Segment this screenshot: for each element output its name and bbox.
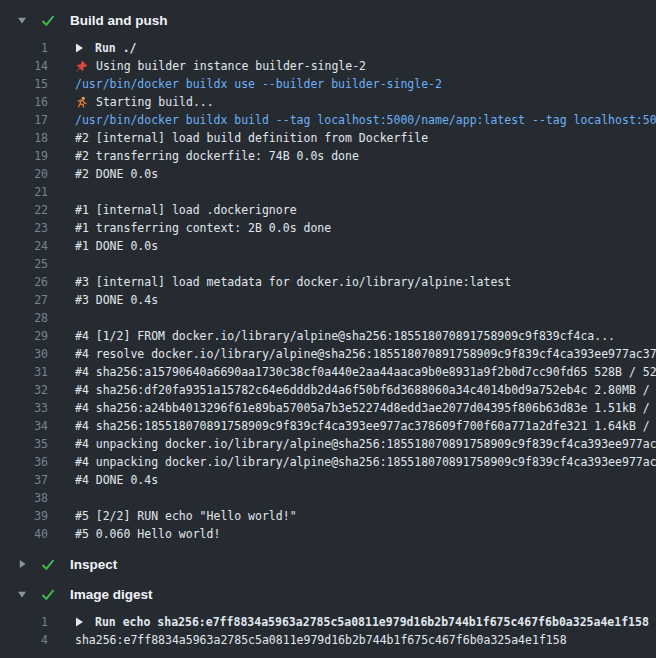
section-body-build-and-push: 1Run ./14Using builder instance builder-…: [0, 33, 656, 547]
line-number[interactable]: 35: [0, 435, 48, 453]
log-line: 30#4 resolve docker.io/library/alpine@sh…: [0, 345, 656, 363]
log-text: #2 transferring dockerfile: 74B 0.0s don…: [75, 147, 359, 165]
line-number[interactable]: 16: [0, 93, 48, 111]
log-text: #2 DONE 0.0s: [75, 165, 158, 183]
line-content: Run ./: [75, 39, 656, 57]
log-line: 14Using builder instance builder-single-…: [0, 57, 656, 75]
log-line: 35#4 unpacking docker.io/library/alpine@…: [0, 435, 656, 453]
line-number[interactable]: 33: [0, 399, 48, 417]
line-number[interactable]: 36: [0, 453, 48, 471]
line-number[interactable]: 25: [0, 255, 48, 273]
section-header-inspect[interactable]: Inspect: [0, 551, 656, 577]
line-content: #2 transferring dockerfile: 74B 0.0s don…: [75, 147, 656, 165]
line-content: #4 sha256:df20fa9351a15782c64e6dddb2d4a6…: [75, 381, 656, 399]
log-line: 1Run ./: [0, 39, 656, 57]
line-content: #4 unpacking docker.io/library/alpine@sh…: [75, 435, 656, 453]
section-header-image-digest[interactable]: Image digest: [0, 581, 656, 607]
line-number[interactable]: 27: [0, 291, 48, 309]
step-command-text: Run ./: [95, 39, 137, 57]
line-number[interactable]: 1: [0, 39, 48, 57]
line-number[interactable]: 4: [0, 631, 48, 649]
line-number[interactable]: 1: [0, 613, 48, 631]
line-content: Run echo sha256:e7ff8834a5963a2785c5a081…: [75, 613, 656, 631]
step-command-text: Run echo sha256:e7ff8834a5963a2785c5a081…: [95, 613, 649, 631]
log-text: #4 unpacking docker.io/library/alpine@sh…: [75, 435, 656, 453]
chevron-right-icon: [16, 559, 27, 569]
log-line: 1Run echo sha256:e7ff8834a5963a2785c5a08…: [0, 613, 656, 631]
log-text: #4 sha256:a24bb4013296f61e89ba57005a7b3e…: [75, 399, 656, 417]
section-label: Inspect: [70, 557, 117, 572]
line-number[interactable]: 28: [0, 309, 48, 327]
log-line: 29#4 [1/2] FROM docker.io/library/alpine…: [0, 327, 656, 345]
log-line: 40#5 0.060 Hello world!: [0, 525, 656, 543]
play-icon[interactable]: [75, 617, 84, 627]
play-icon[interactable]: [75, 43, 84, 53]
log-line: 20#2 DONE 0.0s: [0, 165, 656, 183]
line-content: Starting build...: [75, 93, 656, 111]
line-number[interactable]: 17: [0, 111, 48, 129]
line-content: #5 [2/2] RUN echo "Hello world!": [75, 507, 656, 525]
log-line: 36#4 unpacking docker.io/library/alpine@…: [0, 453, 656, 471]
check-success-icon: [40, 557, 56, 572]
line-content: #5 0.060 Hello world!: [75, 525, 656, 543]
log-line: 38: [0, 489, 656, 507]
line-number[interactable]: 29: [0, 327, 48, 345]
section-label: Image digest: [70, 587, 153, 602]
log-line: 21: [0, 183, 656, 201]
line-number[interactable]: 24: [0, 237, 48, 255]
line-number[interactable]: 23: [0, 219, 48, 237]
line-number[interactable]: 15: [0, 75, 48, 93]
log-text: Starting build...: [96, 93, 214, 111]
line-number[interactable]: 31: [0, 363, 48, 381]
log-line: 26#3 [internal] load metadata for docker…: [0, 273, 656, 291]
line-number[interactable]: 18: [0, 129, 48, 147]
line-number[interactable]: 19: [0, 147, 48, 165]
log-text: /usr/bin/docker buildx use --builder bui…: [75, 75, 442, 93]
section-header-build-and-push[interactable]: Build and push: [0, 7, 656, 33]
line-number[interactable]: 40: [0, 525, 48, 543]
log-line: 39#5 [2/2] RUN echo "Hello world!": [0, 507, 656, 525]
line-number[interactable]: 32: [0, 381, 48, 399]
section-label: Build and push: [70, 13, 168, 28]
line-content: /usr/bin/docker buildx build --tag local…: [75, 111, 656, 129]
line-content: #4 resolve docker.io/library/alpine@sha2…: [75, 345, 656, 363]
log-line: 15/usr/bin/docker buildx use --builder b…: [0, 75, 656, 93]
log-line: 25: [0, 255, 656, 273]
log-line: 37#4 DONE 0.4s: [0, 471, 656, 489]
line-content: #1 [internal] load .dockerignore: [75, 201, 656, 219]
log-line: 34#4 sha256:185518070891758909c9f839cf4c…: [0, 417, 656, 435]
line-number[interactable]: 22: [0, 201, 48, 219]
line-number[interactable]: 30: [0, 345, 48, 363]
log-text: #1 transferring context: 2B 0.0s done: [75, 219, 331, 237]
line-number[interactable]: 37: [0, 471, 48, 489]
line-number[interactable]: 14: [0, 57, 48, 75]
log-text: Using builder instance builder-single-2: [96, 57, 366, 75]
log-text: #2 [internal] load build definition from…: [75, 129, 428, 147]
runner-icon: [75, 96, 88, 109]
line-number[interactable]: 38: [0, 489, 48, 507]
log-text: #4 unpacking docker.io/library/alpine@sh…: [75, 453, 656, 471]
log-text: #4 sha256:df20fa9351a15782c64e6dddb2d4a6…: [75, 381, 656, 399]
log-text: /usr/bin/docker buildx build --tag local…: [75, 111, 656, 129]
line-number[interactable]: 21: [0, 183, 48, 201]
line-content: Using builder instance builder-single-2: [75, 57, 656, 75]
log-text: #4 resolve docker.io/library/alpine@sha2…: [75, 345, 656, 363]
line-number[interactable]: 34: [0, 417, 48, 435]
pushpin-icon: [75, 60, 88, 73]
line-content: #3 [internal] load metadata for docker.i…: [75, 273, 656, 291]
line-content: #4 unpacking docker.io/library/alpine@sh…: [75, 453, 656, 471]
line-number[interactable]: 39: [0, 507, 48, 525]
line-content: #4 DONE 0.4s: [75, 471, 656, 489]
line-number[interactable]: 20: [0, 165, 48, 183]
log-line: 4sha256:e7ff8834a5963a2785c5a0811e979d16…: [0, 631, 656, 649]
log-text: #5 0.060 Hello world!: [75, 525, 220, 543]
log-line: 18#2 [internal] load build definition fr…: [0, 129, 656, 147]
section-body-image-digest: 1Run echo sha256:e7ff8834a5963a2785c5a08…: [0, 607, 656, 653]
line-content: #2 [internal] load build definition from…: [75, 129, 656, 147]
log-text: #5 [2/2] RUN echo "Hello world!": [75, 507, 297, 525]
log-text: #3 [internal] load metadata for docker.i…: [75, 273, 511, 291]
line-number[interactable]: 26: [0, 273, 48, 291]
section-build-and-push: Build and push1Run ./14Using builder ins…: [0, 7, 656, 547]
section-inspect: Inspect: [0, 551, 656, 577]
line-content: #2 DONE 0.0s: [75, 165, 656, 183]
